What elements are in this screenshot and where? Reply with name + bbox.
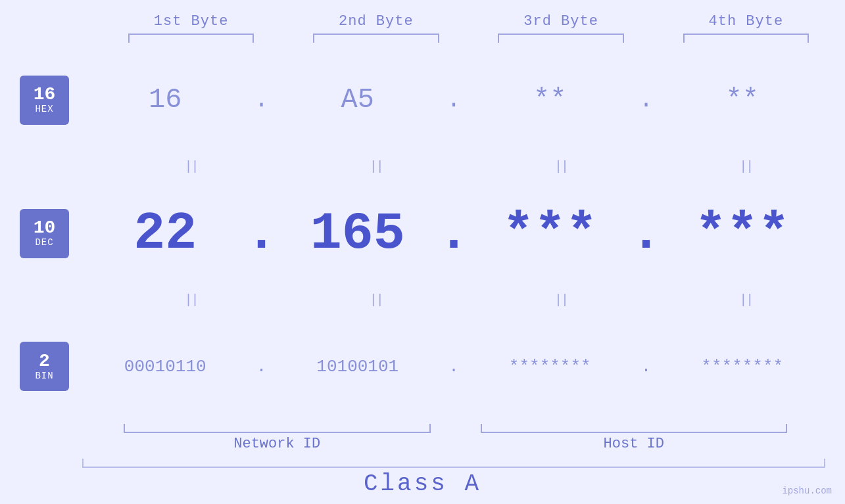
bottom-brackets xyxy=(20,424,825,433)
hex-badge: 16 HEX xyxy=(20,76,69,125)
hex-byte-3: ** xyxy=(533,84,566,116)
dec-byte-2: 165 xyxy=(310,204,405,263)
dec-dot-3: . xyxy=(631,204,662,263)
equals-row-2: || || || || xyxy=(20,290,825,309)
hex-dot-2: . xyxy=(447,87,461,114)
network-id-label: Network ID xyxy=(112,436,443,452)
hex-row: 16 HEX 16 . A5 . ** . ** xyxy=(20,43,825,158)
eq2-cell4: || xyxy=(667,292,825,308)
eq1-cell1: || xyxy=(112,159,270,174)
bin-byte-4: ******** xyxy=(701,357,783,377)
hex-values: 16 . A5 . ** . ** xyxy=(82,84,825,116)
dec-badge: 10 DEC xyxy=(20,209,69,258)
hex-dot-3: . xyxy=(639,87,654,114)
eq2-cell2: || xyxy=(297,292,455,308)
hex-byte-4: ** xyxy=(726,84,759,116)
bin-row: 2 BIN 00010110 . 10100101 . ******** . *… xyxy=(20,309,825,424)
bin-base-label: BIN xyxy=(35,371,53,381)
dec-byte-4: *** xyxy=(695,204,790,263)
dec-values: 22 . 165 . *** . *** xyxy=(82,204,825,263)
bin-values: 00010110 . 10100101 . ******** . *******… xyxy=(82,357,825,377)
class-bracket xyxy=(20,459,825,468)
dec-base-label: DEC xyxy=(35,237,53,248)
bin-dot-2: . xyxy=(448,357,459,377)
class-label: Class A xyxy=(364,470,481,497)
eq2-cell1: || xyxy=(112,292,270,308)
bin-base-number: 2 xyxy=(39,352,50,371)
bin-byte-3: ******** xyxy=(509,357,591,377)
hex-byte-1: 16 xyxy=(149,84,181,116)
equals-row-1: || || || || xyxy=(20,158,825,176)
eq1-cell3: || xyxy=(482,159,640,174)
dec-row: 10 DEC 22 . 165 . *** . *** xyxy=(20,176,825,291)
dec-dot-1: . xyxy=(246,204,278,263)
id-labels-row: Network ID Host ID xyxy=(20,436,825,452)
byte-label-2: 2nd Byte xyxy=(297,13,455,30)
bin-badge: 2 BIN xyxy=(20,342,69,391)
hex-dot-1: . xyxy=(254,87,269,114)
eq2-cell3: || xyxy=(482,292,640,308)
bin-byte-2: 10100101 xyxy=(316,357,398,377)
eq1-cell4: || xyxy=(667,159,825,174)
bin-dot-3: . xyxy=(641,357,652,377)
hex-base-number: 16 xyxy=(34,85,56,104)
main-container: 1st Byte 2nd Byte 3rd Byte 4th Byte 16 H… xyxy=(0,0,845,504)
dec-dot-2: . xyxy=(438,204,470,263)
top-brackets xyxy=(20,34,825,43)
dec-base-number: 10 xyxy=(34,219,56,237)
dec-byte-1: 22 xyxy=(133,204,197,263)
bin-byte-1: 00010110 xyxy=(124,357,206,377)
eq1-cell2: || xyxy=(297,159,455,174)
byte-headers: 1st Byte 2nd Byte 3rd Byte 4th Byte xyxy=(20,0,825,30)
byte-label-1: 1st Byte xyxy=(112,13,270,30)
class-label-row: Class A xyxy=(20,470,825,504)
byte-label-3: 3rd Byte xyxy=(482,13,640,30)
hex-base-label: HEX xyxy=(35,104,53,114)
watermark: ipshu.com xyxy=(782,486,832,496)
host-id-label: Host ID xyxy=(469,436,800,452)
hex-byte-2: A5 xyxy=(341,84,374,116)
dec-byte-3: *** xyxy=(502,204,597,263)
byte-label-4: 4th Byte xyxy=(667,13,825,30)
bin-dot-1: . xyxy=(256,357,267,377)
